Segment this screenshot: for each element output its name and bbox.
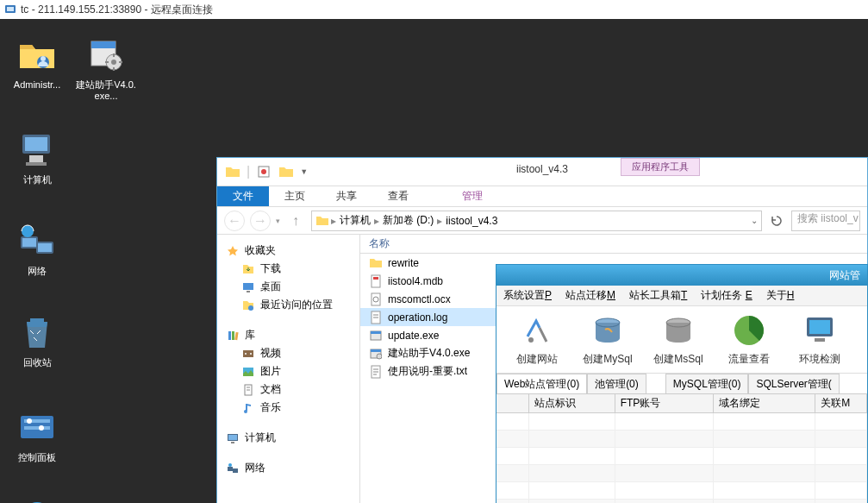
create-mysql-button[interactable]: 创建MySql [572, 310, 643, 370]
qat-dropdown-icon[interactable]: ▼ [300, 167, 308, 176]
network[interactable]: 网络 [7, 221, 67, 277]
nav-favorites[interactable]: 收藏夹 [217, 242, 359, 260]
recent-icon [241, 299, 255, 312]
create-site-button[interactable]: 创建网站 [502, 310, 572, 370]
svg-rect-35 [234, 331, 238, 339]
nav-videos[interactable]: 视频 [217, 344, 359, 362]
iistool-titlebar[interactable]: 网站管 [496, 265, 867, 286]
menu-migrate[interactable]: 站点迁移M [565, 288, 615, 303]
grid-row[interactable] [496, 431, 867, 448]
ie-icon[interactable] [7, 495, 67, 503]
mdb-icon [369, 274, 383, 288]
qat-divider: | [247, 164, 250, 179]
tab-view[interactable]: 查看 [372, 186, 424, 206]
picture-icon [241, 365, 255, 379]
svg-point-38 [250, 353, 252, 355]
nav-recent[interactable]: 最近访问的位置 [217, 296, 359, 314]
remote-desktop: Administr... 建站助手V4.0.exe... 计算机 网络 回收站 … [0, 19, 868, 503]
jianzhan-exe[interactable]: 建站助手V4.0.exe... [76, 35, 136, 102]
tab-pools[interactable]: 池管理(0) [587, 374, 646, 393]
svg-rect-24 [24, 426, 50, 430]
svg-rect-14 [29, 155, 43, 162]
tab-web-sites[interactable]: Web站点管理(0) [496, 374, 587, 393]
nav-pictures[interactable]: 图片 [217, 362, 359, 380]
svg-rect-58 [371, 331, 381, 334]
breadcrumb-dropdown-icon[interactable]: ⌄ [751, 216, 758, 225]
music-icon [241, 401, 255, 415]
nav-back-button[interactable]: ← [224, 211, 245, 231]
star-icon [226, 244, 240, 258]
nav-history-dropdown[interactable]: ▾ [276, 217, 280, 225]
svg-rect-1 [7, 7, 14, 11]
env-check-button[interactable]: 环境检测 [784, 310, 855, 370]
grid-col-checkbox[interactable] [496, 394, 529, 412]
grid-col-ftp[interactable]: FTP账号 [615, 394, 715, 412]
svg-rect-47 [228, 467, 233, 471]
svg-rect-75 [809, 320, 830, 334]
nav-computer[interactable]: 计算机 [217, 429, 359, 447]
breadcrumb-item[interactable]: 计算机 [338, 213, 372, 228]
control-panel[interactable]: 控制面板 [7, 407, 67, 463]
nav-downloads[interactable]: 下载 [217, 260, 359, 278]
tab-manage[interactable]: 管理 [446, 186, 498, 206]
grid-col-link[interactable]: 关联M [815, 394, 867, 412]
ocx-icon [369, 292, 383, 306]
tab-share[interactable]: 共享 [321, 186, 372, 206]
breadcrumb-item[interactable]: 新加卷 (D:) [381, 213, 435, 228]
file-list-header[interactable]: 名称 [360, 235, 867, 254]
download-icon [241, 262, 255, 276]
create-mssql-button[interactable]: 创建MsSql [643, 310, 714, 370]
svg-point-3 [41, 56, 46, 61]
administrator-folder[interactable]: Administr... [7, 35, 67, 91]
tab-file[interactable]: 文件 [217, 186, 269, 206]
tab-mysql[interactable]: MySQL管理(0) [665, 374, 749, 393]
nav-up-button[interactable]: ↑ [285, 211, 306, 231]
recycle-bin[interactable]: 回收站 [7, 312, 67, 368]
menu-toolbox[interactable]: 站长工具箱T [629, 288, 687, 303]
breadcrumb[interactable]: ▸ 计算机 ▸ 新加卷 (D:) ▸ iistool_v4.3 ⌄ [311, 211, 762, 231]
nav-music[interactable]: 音乐 [217, 399, 359, 417]
traffic-button[interactable]: 流量查看 [714, 310, 784, 370]
grid-row[interactable] [496, 482, 867, 500]
refresh-button[interactable] [767, 211, 786, 230]
grid-row[interactable] [496, 413, 867, 431]
nav-forward-button[interactable]: → [250, 211, 271, 231]
tab-sqlserver[interactable]: SQLServer管理( [748, 374, 839, 393]
search-input[interactable]: 搜索 iistool_v [791, 211, 860, 231]
col-name[interactable]: 名称 [369, 236, 524, 251]
exe-icon [369, 347, 383, 361]
iistool-tabs: Web站点管理(0) 池管理(0) MySQL管理(0) SQLServer管理… [496, 374, 867, 394]
tab-home[interactable]: 主页 [269, 186, 321, 206]
svg-point-61 [377, 354, 382, 359]
svg-point-37 [245, 353, 247, 355]
grid-col-domain[interactable]: 域名绑定 [714, 394, 815, 412]
svg-rect-34 [232, 331, 234, 340]
new-folder-icon[interactable] [278, 163, 295, 180]
exe-icon [369, 329, 383, 343]
txt-icon [369, 365, 383, 379]
grid-col-siteid[interactable]: 站点标识 [529, 394, 615, 412]
nav-network[interactable]: 网络 [217, 459, 359, 477]
rdp-icon [3, 3, 17, 16]
menu-system[interactable]: 系统设置P [503, 288, 552, 303]
grid-row[interactable] [496, 500, 867, 503]
nav-documents[interactable]: 文档 [217, 380, 359, 399]
svg-point-25 [27, 418, 32, 424]
nav-desktop[interactable]: 桌面 [217, 278, 359, 296]
svg-point-32 [248, 305, 253, 311]
svg-point-68 [528, 337, 534, 343]
grid-row[interactable] [496, 448, 867, 465]
context-tab-group: 应用程序工具 [621, 158, 700, 176]
desktop-icon-label: 网络 [7, 266, 67, 277]
grid-row[interactable] [496, 465, 867, 482]
computer[interactable]: 计算机 [7, 129, 67, 185]
svg-rect-76 [815, 338, 825, 342]
menu-tasks[interactable]: 计划任务 E [701, 288, 752, 303]
menu-about[interactable]: 关于H [766, 288, 795, 303]
nav-library[interactable]: 库 [217, 326, 359, 344]
svg-point-43 [244, 410, 247, 413]
desktop-icon-label: 计算机 [7, 174, 67, 185]
properties-icon[interactable] [255, 163, 272, 180]
network-icon [226, 462, 240, 475]
breadcrumb-item[interactable]: iistool_v4.3 [444, 215, 499, 227]
